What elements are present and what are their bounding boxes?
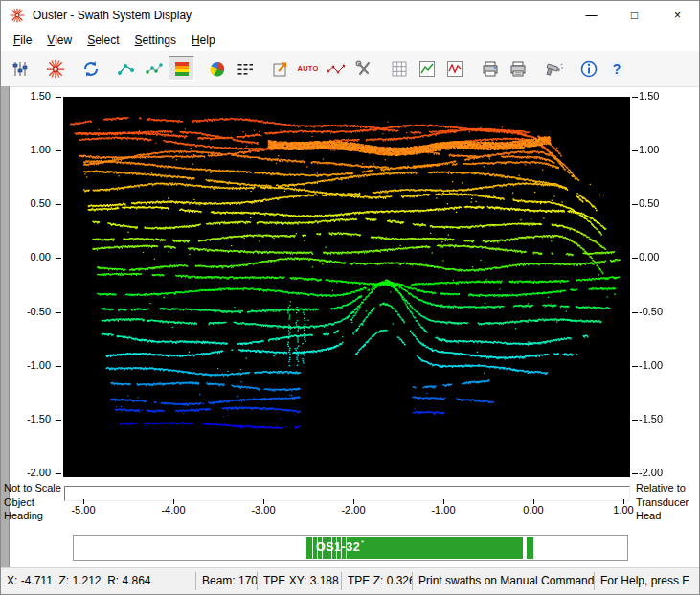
toolbar-button-color-map[interactable] bbox=[169, 56, 194, 81]
sliders-icon bbox=[11, 59, 30, 79]
y-axis-tick-left bbox=[56, 150, 61, 151]
toolbar-separator bbox=[377, 56, 385, 81]
toolbar-button-auto-mode[interactable]: AUTO bbox=[295, 56, 321, 81]
y-axis-tick-right bbox=[632, 312, 638, 313]
y-axis-tick-right bbox=[632, 97, 638, 98]
plot-area[interactable] bbox=[63, 97, 630, 477]
toolbar-button-refresh-cycle[interactable] bbox=[78, 56, 103, 81]
window-controls: — □ × bbox=[570, 1, 699, 30]
y-axis-label-right: -1.50 bbox=[639, 413, 675, 425]
left-caption-line: Heading bbox=[4, 509, 62, 523]
status-position: X: -4.711 Z: 1.212 R: 4.864 bbox=[1, 572, 196, 590]
y-axis-label-right: 1.00 bbox=[639, 144, 675, 156]
y-axis-label-left: -2.00 bbox=[14, 467, 51, 479]
y-axis-tick-left bbox=[56, 366, 61, 367]
toolbar-button-profile-points[interactable] bbox=[113, 56, 139, 81]
y-axis-tick-right bbox=[632, 258, 638, 259]
toolbar-button-print[interactable] bbox=[477, 56, 503, 81]
y-axis-tick-right bbox=[632, 366, 638, 367]
status-bar: X: -4.711 Z: 1.212 R: 4.864 Beam: 1703 T… bbox=[1, 567, 699, 594]
device-label: OS1-32 bbox=[316, 540, 360, 554]
window: Ouster - Swath System Display — □ × File… bbox=[0, 0, 700, 595]
dashes-icon bbox=[236, 59, 255, 79]
toolbar-button-error-scatter[interactable] bbox=[323, 56, 349, 81]
y-axis-tick-left bbox=[56, 204, 61, 205]
x-ruler bbox=[64, 486, 630, 501]
menu-bar: FileViewSelectSettingsHelp bbox=[1, 30, 699, 51]
spray-gun-icon bbox=[544, 59, 563, 79]
toolbar-button-export-arrow[interactable] bbox=[267, 56, 293, 81]
y-axis-label-left: 1.00 bbox=[14, 144, 51, 156]
toolbar-button-scatter-points[interactable] bbox=[141, 56, 167, 81]
device-mark: * bbox=[361, 538, 364, 547]
printer-pages-icon bbox=[508, 59, 528, 79]
y-axis-tick-left bbox=[56, 420, 61, 421]
tools-icon bbox=[354, 59, 373, 79]
toolbar-button-pie-chart[interactable] bbox=[204, 56, 230, 81]
x-axis-label: -1.00 bbox=[424, 504, 463, 515]
menu-item-select[interactable]: Select bbox=[79, 31, 126, 50]
toolbar-separator bbox=[69, 56, 77, 81]
export-arrow-icon bbox=[271, 59, 290, 79]
status-mode: Print swaths on Manual Command bbox=[413, 572, 595, 590]
starburst-icon bbox=[46, 59, 65, 79]
y-axis-tick-left bbox=[56, 312, 61, 313]
toolbar-separator bbox=[259, 56, 266, 81]
menu-item-help[interactable]: Help bbox=[184, 31, 223, 50]
info-icon bbox=[579, 59, 598, 79]
y-axis-label-left: 0.50 bbox=[14, 197, 51, 210]
left-caption-line: Object bbox=[4, 495, 62, 510]
y-axis-label-left: -1.00 bbox=[14, 359, 51, 372]
colormap-icon bbox=[172, 59, 192, 79]
menu-item-settings[interactable]: Settings bbox=[127, 31, 184, 50]
toolbar-button-tools[interactable] bbox=[350, 56, 376, 81]
scatter-points-icon bbox=[145, 59, 164, 79]
y-axis-label-right: 1.50 bbox=[639, 90, 675, 103]
svg-text:?: ? bbox=[612, 61, 621, 77]
y-axis-tick-right bbox=[632, 150, 638, 151]
x-axis-label: -3.00 bbox=[244, 504, 282, 515]
toolbar-button-grid[interactable] bbox=[386, 56, 412, 81]
maximize-button[interactable]: □ bbox=[613, 1, 656, 30]
menu-item-file[interactable]: File bbox=[6, 31, 39, 50]
y-axis-label-right: -1.00 bbox=[639, 359, 675, 372]
y-axis-label-left: 0.00 bbox=[14, 251, 51, 263]
y-axis-label-right: 0.50 bbox=[639, 197, 675, 210]
y-axis-label-left: 1.50 bbox=[14, 90, 51, 103]
toolbar-button-graph-green[interactable] bbox=[414, 56, 440, 81]
minimize-button[interactable]: — bbox=[570, 1, 613, 30]
x-axis-label: 1.00 bbox=[604, 504, 643, 515]
refresh-icon bbox=[81, 59, 101, 79]
toolbar-button-dashes[interactable] bbox=[232, 56, 258, 81]
y-axis-label-left: -1.50 bbox=[14, 413, 51, 425]
toolbar-button-display-sliders[interactable] bbox=[7, 56, 33, 81]
left-caption-line: Not to Scale bbox=[4, 481, 62, 495]
toolbar-button-spray-gun[interactable] bbox=[540, 56, 566, 81]
toolbar-button-sensor-burst[interactable] bbox=[42, 56, 68, 81]
status-tpe-z: TPE Z: 0.326 bbox=[342, 572, 413, 590]
menu-item-view[interactable]: View bbox=[39, 31, 79, 50]
title-bar[interactable]: Ouster - Swath System Display — □ × bbox=[1, 1, 699, 30]
help-icon: ? bbox=[607, 59, 626, 79]
y-axis-tick-right bbox=[632, 473, 638, 474]
printer-icon bbox=[481, 59, 500, 79]
toolbar-button-graph-red[interactable] bbox=[441, 56, 467, 81]
y-axis-tick-left bbox=[56, 97, 61, 98]
y-axis-label-left: -0.50 bbox=[14, 306, 51, 318]
device-chip[interactable]: OS1-32* bbox=[306, 537, 523, 559]
toolbar-button-print-pages[interactable] bbox=[505, 56, 531, 81]
left-caption: Not to Scale Object Heading bbox=[4, 481, 62, 523]
right-caption-line: Head bbox=[636, 509, 700, 523]
swath-canvas[interactable] bbox=[63, 97, 630, 477]
toolbar-separator bbox=[34, 56, 41, 81]
toolbar-button-help[interactable]: ? bbox=[603, 56, 629, 81]
pie-chart-icon bbox=[208, 59, 227, 79]
toolbar-button-info[interactable] bbox=[576, 56, 601, 81]
status-help: For Help, press F bbox=[595, 572, 699, 590]
y-axis-label-right: -0.50 bbox=[639, 306, 675, 318]
app-icon[interactable] bbox=[10, 8, 25, 23]
toolbar: AUTO? bbox=[1, 51, 699, 87]
status-tpe-xy: TPE XY: 3.188 bbox=[258, 572, 342, 590]
close-button[interactable]: × bbox=[656, 1, 699, 30]
right-caption-line: Transducer bbox=[636, 495, 700, 510]
